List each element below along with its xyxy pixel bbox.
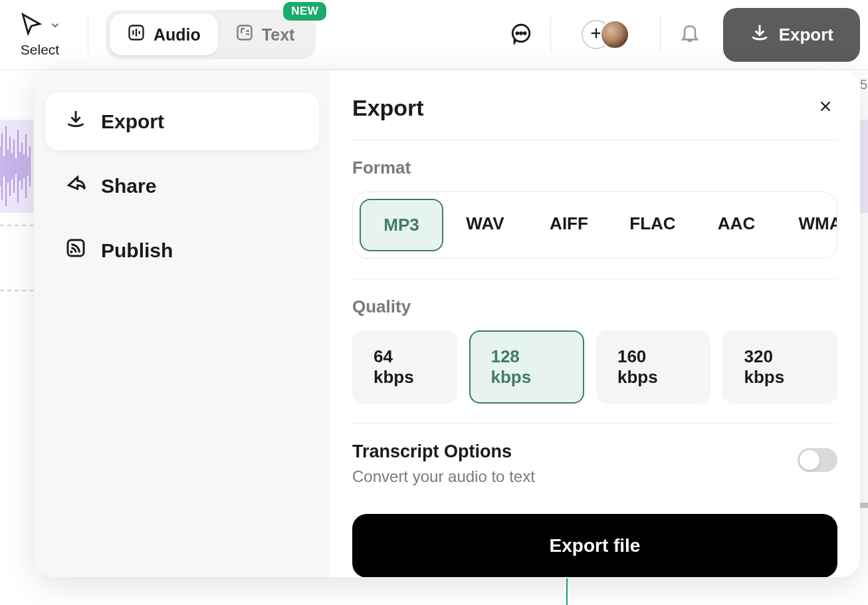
notifications-button[interactable]: [675, 20, 705, 49]
waveform-strip-right: [860, 120, 868, 213]
quality-section-label: Quality: [352, 297, 837, 317]
transcript-toggle[interactable]: [798, 448, 837, 472]
sidebar-item-label: Export: [101, 110, 164, 133]
export-file-button[interactable]: Export file: [352, 514, 837, 577]
mode-text-label: Text: [262, 25, 295, 45]
quality-option[interactable]: 64 kbps: [352, 330, 457, 404]
export-button-label: Export: [779, 25, 833, 45]
format-options: MP3WAVAIFFFLACAACWMA: [352, 191, 837, 259]
export-button[interactable]: Export: [723, 8, 860, 62]
close-icon: [818, 98, 833, 118]
format-option-flac[interactable]: FLAC: [611, 199, 695, 251]
quality-option[interactable]: 160 kbps: [596, 330, 711, 404]
sidebar-item-share[interactable]: Share: [45, 157, 319, 215]
quality-options: 64 kbps128 kbps160 kbps320 kbps: [352, 330, 837, 404]
collaborators[interactable]: [582, 20, 629, 49]
download-icon: [750, 23, 770, 47]
timeline-marker: [859, 503, 868, 508]
transcript-options-title: Transcript Options: [352, 441, 535, 462]
transcript-options-subtitle: Convert your audio to text: [352, 467, 535, 486]
new-badge: NEW: [283, 2, 326, 21]
select-tool-label: Select: [21, 42, 59, 58]
svg-rect-20: [237, 26, 251, 40]
sidebar-item-export[interactable]: Export: [45, 92, 319, 150]
share-icon: [65, 173, 86, 199]
avatar[interactable]: [600, 20, 629, 49]
divider: [660, 16, 661, 53]
mode-switch: Audio Text NEW: [106, 10, 316, 59]
timeline-tick-label: 5: [860, 77, 867, 92]
select-tool[interactable]: Select: [19, 11, 61, 58]
waveform-strip-left: [0, 120, 33, 213]
download-icon: [65, 108, 86, 134]
cursor-icon: [19, 11, 44, 39]
format-option-aac[interactable]: AAC: [695, 199, 778, 251]
dialog-title: Export: [352, 95, 424, 121]
mode-audio-label: Audio: [154, 25, 201, 45]
format-option-wav[interactable]: WAV: [443, 199, 527, 251]
top-toolbar: Select Audio Text NEW: [0, 0, 868, 70]
sidebar-item-label: Share: [101, 175, 156, 197]
quality-option[interactable]: 320 kbps: [722, 330, 837, 404]
format-option-wma[interactable]: WMA: [778, 199, 837, 251]
svg-rect-31: [68, 240, 84, 256]
export-dialog: Export Share Publish Export Format: [35, 70, 860, 577]
chat-icon: [510, 22, 532, 47]
playhead[interactable]: [566, 578, 568, 605]
format-option-mp3[interactable]: MP3: [360, 199, 443, 251]
chat-button[interactable]: [506, 20, 536, 49]
toggle-knob: [800, 450, 819, 470]
bell-icon: [679, 23, 701, 47]
svg-point-26: [516, 33, 518, 35]
close-button[interactable]: [814, 96, 837, 120]
sidebar-item-publish[interactable]: Publish: [45, 221, 319, 279]
rss-icon: [65, 237, 86, 263]
dialog-sidebar: Export Share Publish: [35, 70, 330, 577]
sidebar-item-label: Publish: [101, 239, 173, 262]
svg-point-27: [520, 33, 522, 35]
svg-point-28: [524, 33, 526, 35]
mode-audio-button[interactable]: Audio: [110, 14, 218, 55]
divider: [88, 16, 88, 53]
dialog-main: Export Format MP3WAVAIFFFLACAACWMA Quali…: [330, 70, 860, 577]
timeline-dash: [0, 290, 33, 291]
format-option-aiff[interactable]: AIFF: [527, 199, 611, 251]
chevron-down-icon: [49, 19, 61, 31]
quality-option[interactable]: 128 kbps: [469, 330, 584, 404]
text-icon: [235, 23, 254, 46]
format-section-label: Format: [352, 158, 837, 178]
audio-waveform-icon: [127, 23, 146, 46]
divider: [550, 16, 551, 53]
timeline-dash: [0, 225, 33, 226]
